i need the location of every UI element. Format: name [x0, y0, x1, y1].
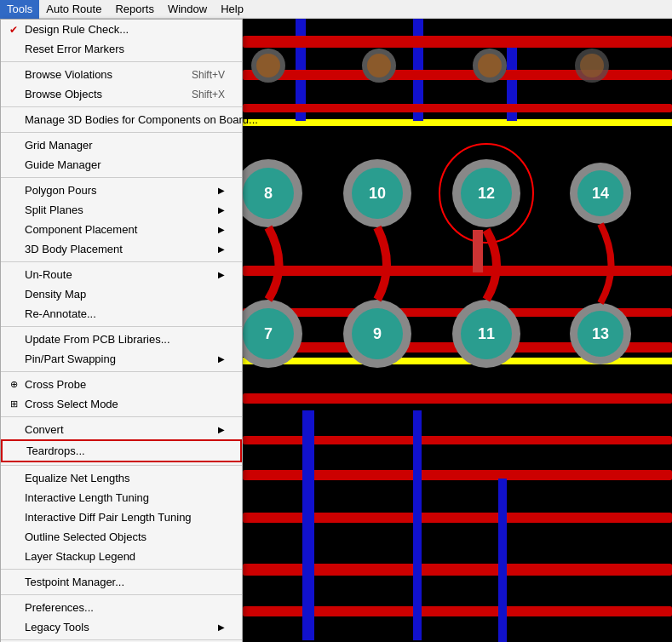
menu-item-testpoint-manager[interactable]: Testpoint Manager... [1, 572, 242, 592]
menu-autoroute[interactable]: Auto Route [39, 0, 108, 19]
menu-item-browse-violations[interactable]: Browse Violations Shift+V [1, 65, 242, 84]
arrow-icon: ▶ [218, 425, 225, 434]
separator-6 [1, 326, 242, 327]
separator-3 [1, 132, 242, 133]
arrow-icon: ▶ [218, 622, 225, 632]
menu-item-cross-probe[interactable]: ⊕ Cross Probe [1, 375, 242, 394]
arrow-icon: ▶ [218, 270, 225, 279]
menu-window[interactable]: Window [161, 0, 214, 19]
menu-item-update-from-pcb[interactable]: Update From PCB Libraries... [1, 330, 242, 349]
menu-item-polygon-pours[interactable]: Polygon Pours ▶ [1, 181, 242, 200]
separator-2 [1, 106, 242, 107]
svg-text:11: 11 [478, 325, 495, 342]
menu-item-outline-selected[interactable]: Outline Selected Objects [1, 527, 242, 547]
svg-point-28 [580, 54, 604, 77]
svg-text:8: 8 [264, 185, 273, 202]
svg-rect-18 [302, 410, 314, 640]
arrow-icon: ▶ [218, 205, 225, 215]
svg-rect-8 [243, 104, 672, 112]
arrow-icon: ▶ [218, 354, 225, 364]
menu-item-reset-error-markers[interactable]: Reset Error Markers [1, 39, 242, 59]
menu-reports[interactable]: Reports [108, 0, 161, 19]
separator-1 [1, 61, 242, 62]
menu-item-design-rule-check[interactable]: ✔ Design Rule Check... [1, 20, 242, 39]
menu-item-grid-manager[interactable]: Grid Manager [1, 135, 242, 155]
menu-item-3d-body-placement[interactable]: 3D Body Placement ▶ [1, 239, 242, 259]
svg-rect-12 [243, 393, 672, 404]
separator-5 [1, 261, 242, 262]
arrow-icon: ▶ [218, 186, 225, 195]
svg-rect-20 [498, 479, 507, 642]
menubar: Tools Auto Route Reports Window Help [0, 0, 672, 19]
menu-item-component-placement[interactable]: Component Placement ▶ [1, 220, 242, 239]
menu-item-preferences[interactable]: Preferences... [1, 598, 242, 617]
svg-point-26 [478, 54, 502, 77]
separator-7 [1, 371, 242, 372]
cross-select-icon: ⊞ [6, 397, 21, 412]
separator-11 [1, 594, 242, 595]
menu-item-interactive-length-tuning[interactable]: Interactive Length Tuning [1, 488, 242, 507]
separator-8 [1, 416, 242, 417]
menu-item-split-planes[interactable]: Split Planes ▶ [1, 200, 242, 220]
arrow-icon: ▶ [218, 244, 225, 254]
svg-point-24 [367, 54, 391, 77]
menu-item-guide-manager[interactable]: Guide Manager [1, 155, 242, 175]
svg-rect-19 [413, 410, 422, 640]
menu-tools[interactable]: Tools [0, 0, 39, 19]
svg-point-22 [256, 54, 280, 77]
svg-rect-6 [243, 36, 672, 48]
svg-text:10: 10 [369, 185, 386, 202]
menu-item-convert[interactable]: Convert ▶ [1, 420, 242, 439]
svg-text:14: 14 [592, 185, 609, 202]
svg-rect-1 [243, 119, 672, 126]
svg-text:7: 7 [264, 325, 273, 342]
arrow-icon: ▶ [218, 225, 225, 234]
pcb-canvas: 8 10 12 14 7 9 11 13 [243, 19, 672, 642]
menu-item-re-annotate[interactable]: Re-Annotate... [1, 304, 242, 324]
menu-item-manage-3d[interactable]: Manage 3D Bodies for Components on Board… [1, 110, 242, 129]
separator-12 [1, 639, 242, 640]
svg-text:9: 9 [373, 325, 382, 342]
menu-item-layer-stackup[interactable]: Layer Stackup Legend [1, 547, 242, 566]
menu-item-pin-part-swapping[interactable]: Pin/Part Swapping ▶ [1, 349, 242, 369]
menu-item-cross-select-mode[interactable]: ⊞ Cross Select Mode [1, 394, 242, 414]
menu-item-un-route[interactable]: Un-Route ▶ [1, 265, 242, 284]
menu-item-browse-objects[interactable]: Browse Objects Shift+X [1, 84, 242, 104]
menu-item-density-map[interactable]: Density Map [1, 284, 242, 304]
separator-4 [1, 177, 242, 178]
menu-item-equalize-net-lengths[interactable]: Equalize Net Lengths [1, 468, 242, 488]
menu-help[interactable]: Help [214, 0, 250, 19]
svg-rect-42 [473, 230, 483, 272]
separator-9 [1, 465, 242, 466]
separator-10 [1, 569, 242, 570]
drc-icon: ✔ [6, 22, 21, 37]
menu-item-interactive-diff-pair[interactable]: Interactive Diff Pair Length Tuning [1, 507, 242, 527]
svg-text:12: 12 [478, 185, 495, 202]
menu-item-legacy-tools[interactable]: Legacy Tools ▶ [1, 617, 242, 637]
tools-dropdown: ✔ Design Rule Check... Reset Error Marke… [0, 19, 243, 642]
cross-probe-icon: ⊕ [6, 377, 21, 393]
menu-item-teardrops[interactable]: Teardrops... [1, 439, 242, 462]
svg-text:13: 13 [592, 325, 609, 342]
